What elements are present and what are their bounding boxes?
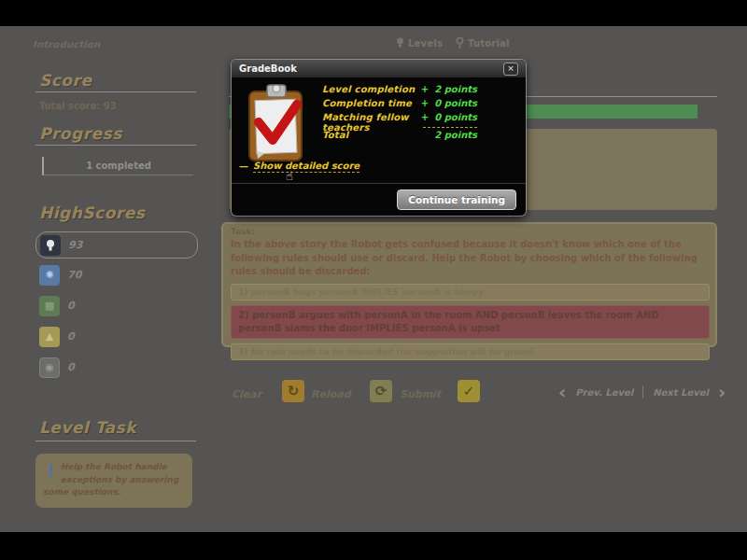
plus-sign: + <box>419 98 430 108</box>
plus-sign: + <box>419 84 430 94</box>
rule-option-1[interactable]: 1) personB hugs personA IMPLIES personA … <box>231 284 710 301</box>
plus-sign: + <box>419 112 430 122</box>
divider <box>35 441 196 441</box>
clipboard-check-icon <box>245 82 308 164</box>
figure-level-icon: ▲ <box>39 327 60 347</box>
rule-option-2-selected[interactable]: 2) personB argues with personA in the ro… <box>231 305 710 339</box>
total-score-value: Total score: 93 <box>39 101 117 111</box>
refresh-icon[interactable]: ⟳ <box>370 380 392 402</box>
highscore-row[interactable]: ◉ 0 <box>39 355 194 380</box>
levels-menu-button[interactable]: Levels <box>396 37 443 49</box>
progress-text: 1 completed <box>86 161 151 171</box>
score-row-value: 2 points <box>430 84 477 94</box>
letterbox-bottom <box>0 532 747 560</box>
score-total-row: Total 2 points <box>322 130 477 144</box>
level-task-heading: Level Task <box>39 418 136 437</box>
chevron-right-icon[interactable]: › <box>718 385 726 399</box>
gradebook-dialog: GradeBook × Level completion + 2 points … <box>232 60 526 216</box>
score-heading: Score <box>39 71 92 90</box>
highscore-value: 93 <box>68 239 82 251</box>
score-row: Level completion + 2 points <box>322 84 477 98</box>
next-level-button[interactable]: Next Level <box>653 387 709 398</box>
map-pin-icon <box>456 37 464 49</box>
top-nav: Levels Tutorial <box>396 37 510 49</box>
task-label: Task: <box>231 227 708 236</box>
highscore-row[interactable]: ✺ 70 <box>39 262 194 287</box>
level-task-text: Help the Robot handle exceptions by answ… <box>43 461 185 499</box>
reload-button[interactable]: Reload <box>311 388 351 400</box>
level-task-note: ! Help the Robot handle exceptions by an… <box>35 454 192 508</box>
score-row-label: Completion time <box>322 98 419 108</box>
clear-button[interactable]: Clear <box>232 388 261 400</box>
score-row: Matching fellow teachers + 0 points <box>322 112 477 126</box>
highscore-row[interactable]: ▩ 0 <box>39 293 194 318</box>
collapse-minus-icon: — <box>239 161 248 172</box>
rule-option-3[interactable]: 3) No rule needs to be discarded (no sug… <box>231 343 710 360</box>
highscore-value: 0 <box>67 330 75 343</box>
reload-icon[interactable]: ↻ <box>282 380 304 402</box>
divider <box>642 385 643 399</box>
highscore-value: 0 <box>67 361 75 373</box>
continue-training-button[interactable]: Continue training <box>397 189 516 210</box>
show-detailed-score-link[interactable]: — Show detailed score <box>239 161 359 173</box>
dialog-footer: Continue training <box>232 184 526 216</box>
task-panel: Task: In the above story the Robot gets … <box>221 222 717 347</box>
total-value: 2 points <box>430 130 477 140</box>
total-label: Total <box>322 130 419 140</box>
current-level-label: Introduction <box>33 39 100 49</box>
submit-button[interactable]: Submit <box>400 388 441 400</box>
close-button[interactable]: × <box>503 63 518 76</box>
dashed-separator <box>423 127 477 129</box>
hand-cursor-icon: ☝ <box>286 169 293 183</box>
robot-level-icon: ◉ <box>39 357 60 378</box>
highscores-heading: HighScores <box>39 203 145 222</box>
app-background: Introduction Levels Tutorial Score Total… <box>0 26 747 532</box>
dialog-title: GradeBook <box>239 63 503 74</box>
chevron-left-icon[interactable]: ‹ <box>558 385 566 399</box>
exclamation-icon: ! <box>47 462 54 481</box>
detail-link-text: Show detailed score <box>253 161 359 173</box>
butterfly-level-icon: ✺ <box>39 265 60 286</box>
tutorial-label: Tutorial <box>468 38 510 49</box>
level-pager: ‹ Prev. Level Next Level › <box>558 385 726 399</box>
levels-label: Levels <box>408 38 443 49</box>
lightbulb-icon <box>396 37 404 49</box>
letterbox-top <box>0 0 747 26</box>
score-row: Completion time + 0 points <box>322 98 477 112</box>
divider <box>35 145 196 146</box>
score-row-value: 0 points <box>430 98 477 108</box>
people-level-icon: ▩ <box>39 296 60 316</box>
highscore-value: 0 <box>67 300 75 312</box>
screen: Introduction Levels Tutorial Score Total… <box>0 0 747 560</box>
lightbulb-glyph <box>45 239 56 252</box>
highscore-row[interactable]: ▲ 0 <box>39 324 194 349</box>
progress-heading: Progress <box>39 124 122 143</box>
prev-level-button[interactable]: Prev. Level <box>575 387 633 398</box>
tutorial-menu-button[interactable]: Tutorial <box>456 37 510 49</box>
dialog-titlebar: GradeBook × <box>232 60 526 78</box>
score-row-value: 0 points <box>430 112 477 122</box>
highscore-row-introduction[interactable]: 93 <box>35 231 198 259</box>
highscore-value: 70 <box>67 269 81 281</box>
score-breakdown: Level completion + 2 points Completion t… <box>322 84 477 144</box>
check-icon[interactable]: ✓ <box>458 380 480 402</box>
divider <box>35 91 196 92</box>
task-description: In the above story the Robot gets confus… <box>231 238 708 279</box>
score-row-label: Level completion <box>322 84 419 94</box>
lightbulb-level-icon <box>40 235 61 256</box>
progress-bar: 1 completed <box>42 157 193 175</box>
